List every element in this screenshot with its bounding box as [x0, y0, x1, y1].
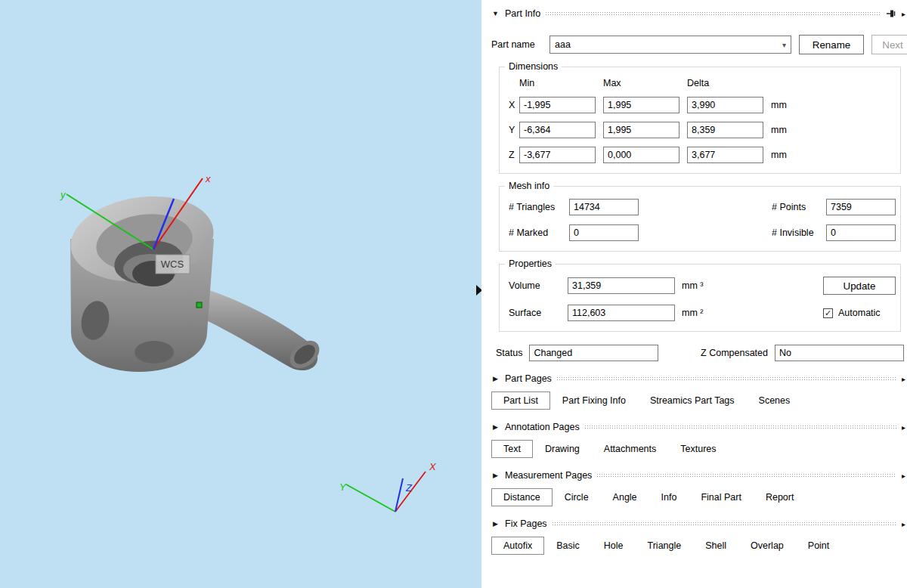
pin-icon[interactable] — [886, 8, 896, 19]
z-max-field[interactable]: 0,000 — [603, 147, 679, 163]
tab-text[interactable]: Text — [491, 440, 533, 458]
part-pages-title: Part Pages — [505, 373, 552, 384]
marked-field[interactable]: 0 — [569, 224, 639, 241]
z-unit-label: mm — [771, 150, 787, 160]
triangles-field[interactable]: 14734 — [569, 199, 639, 215]
application-window: y x WCS Y X Z — [0, 0, 907, 588]
measurement-pages-tabs: Distance Circle Angle Info Final Part Re… — [491, 487, 907, 506]
tab-distance[interactable]: Distance — [491, 488, 553, 506]
part-pages-tabs: Part List Part Fixing Info Streamics Par… — [491, 391, 907, 410]
triangles-label: # Triangles — [509, 202, 569, 212]
fix-pages-tabs: Autofix Basic Hole Triangle Shell Overla… — [491, 536, 907, 555]
automatic-checkbox[interactable]: ✓ — [823, 308, 833, 318]
part-name-combobox[interactable]: aaa ▾ — [549, 36, 791, 54]
y-min-field[interactable]: -6,364 — [519, 122, 596, 138]
triad-y-label: Y — [339, 481, 347, 493]
annotation-pages-title: Annotation Pages — [505, 422, 580, 432]
surface-field[interactable]: 112,603 — [568, 305, 675, 321]
tab-part-list[interactable]: Part List — [491, 391, 550, 410]
fix-pages-edge-arrow-icon[interactable]: ▸ — [902, 520, 907, 528]
tab-point[interactable]: Point — [796, 537, 842, 555]
part-bottom-cut — [135, 341, 174, 364]
automatic-label: Automatic — [838, 308, 881, 318]
x-delta-field[interactable]: 3,990 — [687, 97, 763, 113]
measurement-pages-dotted-separator — [597, 474, 896, 477]
measurement-pages-edge-arrow-icon[interactable]: ▸ — [902, 472, 907, 480]
viewport-canvas[interactable]: y x WCS Y X Z — [0, 0, 481, 588]
annotation-pages-tabs: Text Drawing Attachments Textures — [491, 439, 907, 458]
next-button[interactable]: Next — [871, 35, 907, 54]
tab-triangle[interactable]: Triangle — [636, 537, 694, 555]
dropdown-arrow-icon[interactable]: ▾ — [782, 41, 786, 49]
tab-report[interactable]: Report — [754, 488, 806, 506]
part-name-row: Part name aaa ▾ Rename Next — [491, 35, 907, 54]
update-button[interactable]: Update — [823, 277, 896, 295]
part-pages-edge-arrow-icon[interactable]: ▸ — [902, 375, 907, 383]
measurement-pages-title: Measurement Pages — [505, 470, 592, 481]
wcs-label: WCS — [161, 258, 184, 270]
fix-pages-header[interactable]: ▶ Fix Pages ▸ — [491, 516, 907, 531]
x-max-field[interactable]: 1,995 — [603, 97, 679, 113]
volume-label: Volume — [509, 280, 568, 291]
y-unit-label: mm — [771, 125, 787, 135]
surface-row: Surface 112,603 mm ² ✓ Automatic — [509, 305, 896, 321]
tab-info[interactable]: Info — [649, 488, 689, 506]
y-delta-field[interactable]: 8,359 — [687, 122, 763, 138]
tab-attachments[interactable]: Attachments — [592, 440, 668, 458]
panel-title: Part Info — [505, 8, 540, 19]
tab-basic[interactable]: Basic — [544, 537, 592, 555]
tab-textures[interactable]: Textures — [668, 440, 728, 458]
tab-streamics-part-tags[interactable]: Streamics Part Tags — [638, 391, 747, 410]
header-dotted-separator — [546, 12, 881, 15]
point-marker[interactable] — [197, 302, 202, 308]
properties-group: Properties Volume 31,359 mm ³ Update Sur… — [499, 264, 901, 332]
fix-pages-collapse-icon[interactable]: ▶ — [491, 520, 500, 528]
part-info-panel: ▼ Part Info ▸ Part name aaa ▾ Rename Nex… — [481, 0, 907, 588]
tab-shell[interactable]: Shell — [693, 537, 738, 555]
annotation-pages-collapse-icon[interactable]: ▶ — [491, 423, 500, 431]
y-max-field[interactable]: 1,995 — [603, 122, 679, 138]
measurement-pages-header[interactable]: ▶ Measurement Pages ▸ — [491, 468, 907, 483]
points-field[interactable]: 7359 — [826, 199, 896, 215]
dimension-row-x: X -1,995 1,995 3,990 mm — [509, 97, 896, 113]
tab-angle[interactable]: Angle — [601, 488, 649, 506]
tab-hole[interactable]: Hole — [592, 537, 636, 555]
z-delta-field[interactable]: 3,677 — [687, 147, 763, 163]
triad-z-label: Z — [405, 482, 413, 494]
z-min-field[interactable]: -3,677 — [519, 147, 596, 163]
collapse-triangle-icon[interactable]: ▼ — [491, 10, 500, 17]
measurement-pages-collapse-icon[interactable]: ▶ — [491, 472, 500, 479]
3d-viewport[interactable]: y x WCS Y X Z — [0, 0, 481, 588]
tab-final-part[interactable]: Final Part — [689, 488, 754, 506]
annotation-pages-edge-arrow-icon[interactable]: ▸ — [902, 423, 907, 432]
tab-circle[interactable]: Circle — [553, 488, 601, 506]
invisible-field[interactable]: 0 — [826, 224, 896, 241]
part-pages-header[interactable]: ▶ Part Pages ▸ — [491, 371, 907, 386]
tab-scenes[interactable]: Scenes — [747, 391, 803, 410]
annotation-pages-header[interactable]: ▶ Annotation Pages ▸ — [491, 419, 907, 435]
tab-autofix[interactable]: Autofix — [491, 537, 544, 555]
status-field[interactable]: Changed — [529, 345, 658, 361]
panel-edge-arrow-icon[interactable]: ▸ — [902, 10, 907, 18]
volume-field[interactable]: 31,359 — [568, 277, 675, 294]
x-min-field[interactable]: -1,995 — [519, 97, 596, 113]
marked-label: # Marked — [509, 227, 569, 238]
axis-label-y: Y — [509, 125, 519, 135]
dimension-row-z: Z -3,677 0,000 3,677 mm — [509, 147, 896, 163]
rename-button[interactable]: Rename — [799, 35, 864, 54]
volume-unit-label: mm ³ — [682, 280, 703, 291]
surface-unit-label: mm ² — [682, 308, 703, 318]
fix-pages-title: Fix Pages — [505, 518, 547, 529]
status-label: Status — [496, 348, 522, 358]
part-pages-collapse-icon[interactable]: ▶ — [491, 375, 500, 382]
tab-overlap[interactable]: Overlap — [738, 537, 796, 555]
x-unit-label: mm — [771, 100, 787, 110]
max-column-header: Max — [603, 78, 687, 88]
min-column-header: Min — [519, 78, 603, 88]
wcs-label-box: WCS — [156, 255, 190, 274]
tab-part-fixing-info[interactable]: Part Fixing Info — [550, 391, 638, 410]
invisible-label: # Invisible — [772, 227, 826, 238]
axis-label-x: X — [509, 100, 519, 110]
tab-drawing[interactable]: Drawing — [533, 440, 592, 458]
z-compensated-field[interactable]: No — [775, 345, 904, 361]
